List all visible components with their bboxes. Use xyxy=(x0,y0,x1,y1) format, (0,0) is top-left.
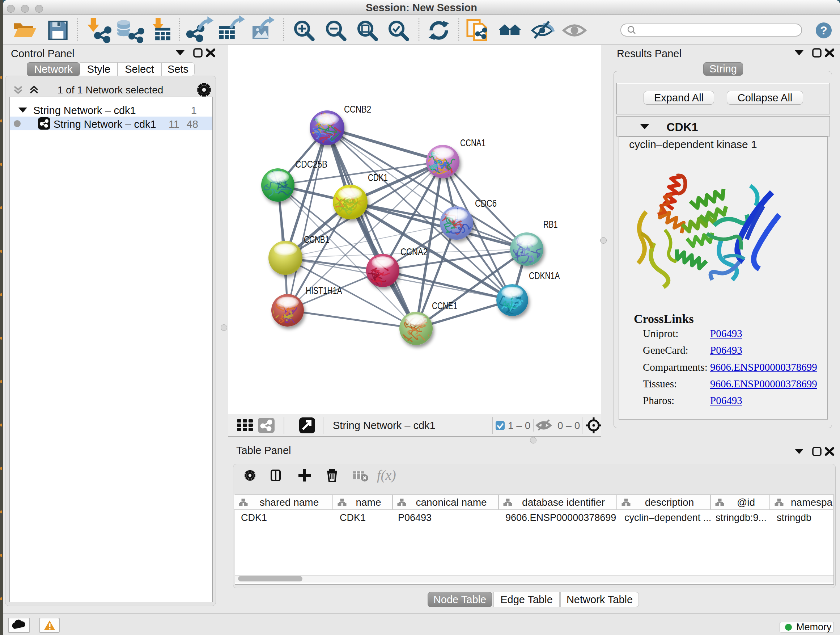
svg-text:@id: @id xyxy=(737,497,755,508)
svg-text:CDKN1A: CDKN1A xyxy=(529,270,560,281)
svg-text:namespace: namespace xyxy=(791,497,833,508)
svg-text:CDC6: CDC6 xyxy=(475,198,497,209)
svg-text:HIST1H1A: HIST1H1A xyxy=(306,285,342,296)
svg-text:CCNA2: CCNA2 xyxy=(401,246,428,257)
svg-text:CDC25B: CDC25B xyxy=(295,158,327,170)
svg-text:0 – 0: 0 – 0 xyxy=(557,420,580,431)
svg-text:1 – 0: 1 – 0 xyxy=(508,420,531,431)
svg-text:description: description xyxy=(645,497,694,508)
svg-text:name: name xyxy=(355,497,381,508)
svg-text:CCNE1: CCNE1 xyxy=(432,300,457,311)
svg-text:CDK1: CDK1 xyxy=(368,172,388,183)
svg-text:RB1: RB1 xyxy=(543,219,558,230)
svg-text:shared name: shared name xyxy=(260,497,319,508)
svg-text:CCNB2: CCNB2 xyxy=(344,103,371,115)
svg-text:CCNA1: CCNA1 xyxy=(460,137,485,149)
svg-text:?: ? xyxy=(820,24,827,37)
svg-text:CCNB1: CCNB1 xyxy=(304,234,329,245)
svg-text:f(x): f(x) xyxy=(377,467,396,483)
svg-text:canonical name: canonical name xyxy=(416,497,486,508)
svg-text:database identifier: database identifier xyxy=(522,497,605,508)
svg-text:String Network – cdk1: String Network – cdk1 xyxy=(333,420,436,431)
